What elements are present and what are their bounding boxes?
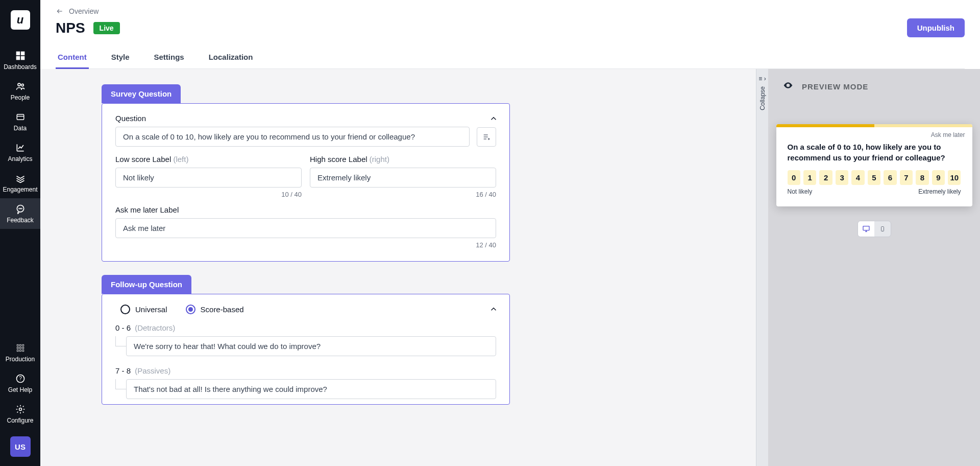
collapse-rail[interactable]: ≡ › Collapse (756, 69, 768, 466)
survey-question-card: Question Low score Label (left) 10 / (102, 103, 510, 262)
sidebar-item-configure[interactable]: Configure (0, 399, 40, 429)
analytics-icon (15, 142, 26, 153)
sidebar-item-label: Get Help (8, 386, 32, 393)
preview-high-label: Extremely likely (918, 188, 961, 195)
back-label: Overview (69, 7, 99, 15)
score-9[interactable]: 9 (932, 170, 945, 185)
gear-icon (15, 404, 26, 415)
sidebar-item-people[interactable]: People (0, 76, 40, 106)
people-icon (15, 81, 26, 92)
preview-question: On a scale of 0 to 10, how likely are yo… (776, 138, 972, 170)
high-score-counter: 16 / 40 (310, 191, 496, 198)
svg-rect-14 (17, 347, 18, 349)
svg-point-4 (18, 83, 20, 86)
svg-rect-15 (19, 347, 21, 349)
sidebar-item-feedback[interactable]: Feedback (0, 198, 40, 229)
unpublish-button[interactable]: Unpublish (907, 18, 965, 37)
radio-score-based[interactable]: Score-based (186, 305, 244, 314)
svg-point-10 (21, 208, 22, 209)
insert-variable-button[interactable] (477, 127, 496, 147)
collapse-chevron-icon: ≡ › (758, 75, 766, 82)
score-5[interactable]: 5 (868, 170, 880, 185)
detractors-group-label: 0 - 6 (Detractors) (115, 323, 496, 332)
device-toggle (857, 221, 891, 237)
low-score-label-input[interactable] (115, 168, 302, 188)
sidebar-item-label: Data (14, 125, 27, 132)
collapse-followup-button[interactable] (489, 305, 498, 316)
sidebar-item-label: Dashboards (4, 63, 37, 71)
low-score-counter: 10 / 40 (115, 191, 302, 198)
sidebar-item-label: Configure (7, 417, 33, 424)
editor-column: Survey Question Question Low score Label (40, 69, 756, 466)
data-icon (15, 111, 26, 123)
score-2[interactable]: 2 (819, 170, 832, 185)
detractors-input[interactable] (126, 336, 496, 356)
question-input[interactable] (115, 127, 470, 147)
sidebar: u Dashboards People Data Analytics Engag… (0, 0, 40, 466)
dashboards-icon (15, 50, 26, 61)
app-logo[interactable]: u (11, 10, 30, 30)
svg-rect-6 (17, 114, 24, 120)
score-0[interactable]: 0 (788, 170, 800, 185)
score-3[interactable]: 3 (836, 170, 848, 185)
svg-text:?: ? (19, 376, 22, 381)
back-link[interactable]: Overview (56, 7, 965, 15)
survey-preview-card: Ask me later On a scale of 0 to 10, how … (776, 124, 972, 206)
svg-rect-11 (17, 344, 18, 346)
svg-rect-12 (19, 344, 21, 346)
svg-rect-3 (21, 57, 24, 60)
grid-icon (15, 342, 26, 354)
svg-rect-2 (16, 57, 19, 60)
eye-icon (781, 80, 795, 92)
high-score-label-title: High score Label (right) (310, 155, 496, 164)
tab-content[interactable]: Content (56, 46, 89, 68)
tabs: Content Style Settings Localization (56, 46, 965, 69)
high-score-label-input[interactable] (310, 168, 496, 188)
score-4[interactable]: 4 (851, 170, 864, 185)
radio-universal[interactable]: Universal (120, 305, 167, 314)
collapse-label: Collapse (759, 86, 766, 110)
svg-rect-19 (22, 350, 23, 352)
svg-rect-1 (21, 52, 24, 55)
svg-rect-13 (22, 344, 23, 346)
ask-later-counter: 12 / 40 (115, 241, 496, 249)
tree-line-icon (115, 336, 127, 346)
device-desktop-button[interactable] (858, 221, 874, 237)
svg-point-9 (20, 208, 20, 209)
score-6[interactable]: 6 (884, 170, 896, 185)
svg-point-22 (19, 408, 21, 411)
sidebar-item-gethelp[interactable]: ? Get Help (0, 368, 40, 399)
low-score-label-title: Low score Label (left) (115, 155, 302, 164)
score-7[interactable]: 7 (900, 170, 913, 185)
sidebar-item-data[interactable]: Data (0, 106, 40, 137)
score-10[interactable]: 10 (948, 170, 961, 185)
preview-low-label: Not likely (788, 188, 813, 195)
sidebar-item-production[interactable]: Production (0, 337, 40, 368)
region-chip[interactable]: US (10, 436, 31, 457)
score-1[interactable]: 1 (803, 170, 816, 185)
progress-bar (776, 124, 874, 127)
question-label: Question (115, 114, 496, 123)
score-8[interactable]: 8 (916, 170, 928, 185)
passives-input[interactable] (126, 379, 496, 399)
preview-mode-label: PREVIEW MODE (802, 82, 868, 91)
sidebar-item-analytics[interactable]: Analytics (0, 137, 40, 168)
passives-group-label: 7 - 8 (Passives) (115, 366, 496, 375)
section-tab-followup: Follow-up Question (102, 275, 191, 294)
ask-later-input[interactable] (115, 218, 496, 238)
device-mobile-button[interactable] (874, 221, 891, 237)
tab-settings[interactable]: Settings (152, 46, 186, 68)
arrow-left-icon (56, 7, 64, 15)
svg-rect-18 (19, 350, 21, 352)
sidebar-item-dashboards[interactable]: Dashboards (0, 45, 40, 76)
sidebar-item-engagement[interactable]: Engagement (0, 168, 40, 198)
app-logo-letter: u (17, 13, 23, 27)
tab-style[interactable]: Style (109, 46, 132, 68)
sidebar-item-label: Analytics (8, 155, 32, 162)
preview-column: PREVIEW MODE Ask me later On a scale of … (768, 69, 980, 466)
tab-localization[interactable]: Localization (207, 46, 255, 68)
svg-point-25 (882, 230, 883, 231)
collapse-card-button[interactable] (489, 114, 498, 125)
preview-ask-me-later[interactable]: Ask me later (776, 127, 972, 138)
ask-later-label-title: Ask me later Label (115, 205, 496, 214)
